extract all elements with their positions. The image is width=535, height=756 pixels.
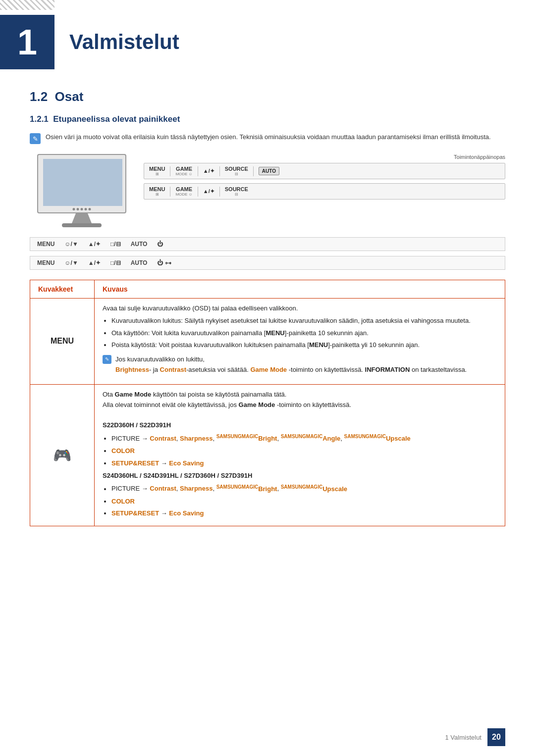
menu-key-label: MENU	[149, 166, 165, 172]
table-row: MENU Avaa tai sulje kuvaruutuvalikko (OS…	[30, 299, 505, 385]
game-icon: 🎮	[53, 447, 71, 463]
main-table: Kuvakkeet Kuvaus MENU Avaa tai sulje kuv…	[30, 280, 505, 526]
note-text: Osien väri ja muoto voivat olla erilaisi…	[46, 132, 491, 142]
section-title: 1.2 Osat	[30, 89, 505, 104]
menu-bullet-1: Ota käyttöön: Voit lukita kuvaruutuvalik…	[111, 328, 497, 339]
sharpness-2: Sharpness	[180, 485, 213, 493]
monitor-illustration	[30, 154, 134, 227]
chapter-number: 1	[0, 15, 54, 69]
page-footer: 1 Valmistelut 20	[445, 728, 505, 746]
note-box: Osien väri ja muoto voivat olla erilaisi…	[30, 132, 505, 144]
menu-bullet-2: Poista käytöstä: Voit poistaa kuvaruutuv…	[111, 340, 497, 351]
source-key-b: SOURCE ⊟	[225, 186, 248, 197]
subsection-title: 1.2.1 Etupaneelissa olevat painikkeet	[30, 114, 505, 124]
menu-key-bottom-label: MENU	[149, 186, 165, 192]
bright-key-label: ▲/✦	[203, 168, 214, 174]
game-key: GAME MODE ☺	[175, 166, 192, 176]
sep7	[219, 187, 220, 197]
brightness-text: Brightness	[115, 366, 149, 373]
main-content: 1.2 Osat 1.2.1 Etupaneelissa olevat pain…	[0, 79, 535, 546]
magicupscale-1: SAMSUNGMAGICUpscale	[344, 435, 411, 442]
bright-key: ▲/✦	[203, 168, 214, 174]
contrast-2: Contrast	[150, 485, 176, 493]
magicangle-1: SAMSUNGMAGICAngle	[281, 435, 341, 442]
game-b1-item2: SETUP&RESET → Eco Saving	[111, 458, 497, 469]
mbr-bright-1: ▲/✦	[88, 241, 101, 248]
game-line2: Alla olevat toiminnot eivät ole käytettä…	[103, 401, 351, 408]
dot-5	[89, 208, 91, 210]
auto-key-top[interactable]: AUTO	[259, 167, 279, 175]
game-icon-cell: 🎮	[30, 384, 95, 526]
setup-1: SETUP&RESET	[111, 459, 159, 467]
game-key-b-sub: MODE ☺	[175, 192, 192, 197]
monitor-btn-row-1: MENU ☺/▼ ▲/✦ □/⊟ AUTO ⏻	[30, 237, 505, 251]
bright-key-b-label: ▲/✦	[203, 188, 214, 195]
arrow-4: →	[161, 509, 167, 517]
sharpness-1: Sharpness	[180, 435, 213, 442]
menu-bullet-0: Kuvaruutuvalikon lukitus: Säilytä nykyis…	[111, 316, 497, 326]
panel-row-top: MENU ⊞ GAME MODE ☺ ▲/✦ SOURCE ⊟ A	[144, 163, 505, 179]
game-key-b: GAME MODE ☺	[175, 186, 192, 197]
samsung-sup-5: SAMSUNG	[281, 484, 306, 489]
mbr-power-2: ⏻ ⊶	[157, 259, 170, 266]
menu-bullets: Kuvaruutuvalikon lukitus: Säilytä nykyis…	[111, 316, 497, 351]
source-key-b-label: SOURCE	[225, 186, 248, 192]
ecosaving-1: Eco Saving	[169, 459, 204, 467]
game-key-b-label: GAME	[176, 186, 192, 192]
game-cell-text: Ota Game Mode käyttöön tai poista se käy…	[103, 390, 497, 519]
footer-page-number: 20	[487, 728, 505, 746]
menu-key-bottom: MENU ⊞	[149, 186, 165, 197]
game-b2-item1: COLOR	[111, 497, 497, 507]
dot-4	[85, 208, 87, 210]
setup-2: SETUP&RESET	[111, 509, 159, 517]
magic-sub-4: MAGIC	[242, 484, 258, 489]
samsung-sup-2: SAMSUNG	[281, 434, 306, 439]
section-number: 1.2	[30, 89, 48, 104]
section-heading: Osat	[55, 89, 84, 104]
gamemode-bold-2: Game Mode	[239, 401, 275, 408]
menu-note-text: Jos kuvaruutuvalikko on lukittu, Brightn…	[115, 354, 467, 375]
monitor-body	[37, 154, 126, 213]
arrow-1: →	[142, 435, 148, 442]
subsection-number: 1.2.1	[30, 114, 49, 124]
samsung-sup-4: SAMSUNG	[216, 484, 242, 489]
game-key-sub: MODE ☺	[175, 172, 192, 176]
game-b2-item0: PICTURE → Contrast, Sharpness, SAMSUNGMA…	[111, 483, 497, 494]
monitor-stand	[72, 213, 92, 223]
ecosaving-2: Eco Saving	[169, 509, 204, 517]
model2-label: S24D360HL / S24D391HL / S27D360H / S27D3…	[103, 472, 252, 479]
mbr-src-2: □/⊟	[110, 259, 121, 266]
diagram-container: Toimintonäppäinopas MENU ⊞ GAME MODE ☺ ▲…	[30, 154, 505, 227]
mbr-src-1: □/⊟	[110, 241, 121, 248]
menu-key-bottom-sub: ⊞	[156, 192, 159, 197]
model1-label: S22D360H / S22D391H	[103, 421, 171, 429]
th-kuvakkeet: Kuvakkeet	[30, 280, 95, 299]
game-key-label: GAME	[176, 166, 192, 172]
menu-bold-1: MENU	[266, 329, 284, 337]
samsung-sup-3: SAMSUNG	[344, 434, 370, 439]
menu-cell-text: Avaa tai sulje kuvaruutuvalikko (OSD) ta…	[103, 303, 497, 375]
monitor-screen	[43, 159, 122, 206]
mbr-game-2: ☺/▼	[64, 259, 78, 266]
arrow-2: →	[161, 459, 167, 467]
magic-sub-3: MAGIC	[370, 434, 386, 439]
menu-bold-2: MENU	[309, 341, 328, 349]
menu-key-sub: ⊞	[156, 172, 159, 176]
sep4	[253, 166, 254, 176]
menu-note-icon	[103, 355, 111, 364]
monitor-dots	[73, 208, 91, 210]
game-intro: Ota Game Mode käyttöön tai poista se käy…	[103, 391, 286, 398]
dot-3	[81, 208, 83, 210]
table-header-row: Kuvakkeet Kuvaus	[30, 280, 505, 299]
game-bullets-1: PICTURE → Contrast, Sharpness, SAMSUNGMA…	[111, 433, 497, 469]
sep6	[198, 187, 198, 197]
samsung-sup-1: SAMSUNG	[216, 434, 242, 439]
mbr-game-1: ☺/▼	[64, 241, 78, 248]
mbr-auto-1: AUTO	[131, 241, 148, 248]
panel-row-bottom: MENU ⊞ GAME MODE ☺ ▲/✦ SOURCE ⊟	[144, 183, 505, 200]
mbr-menu-1: MENU	[37, 241, 54, 248]
magicbright-1: SAMSUNGMAGICBright	[216, 435, 277, 442]
button-detail-area: Toimintonäppäinopas MENU ⊞ GAME MODE ☺ ▲…	[144, 154, 505, 203]
magicbright-2: SAMSUNGMAGICBright	[216, 485, 277, 493]
contrast-text: Contrast	[160, 366, 186, 373]
